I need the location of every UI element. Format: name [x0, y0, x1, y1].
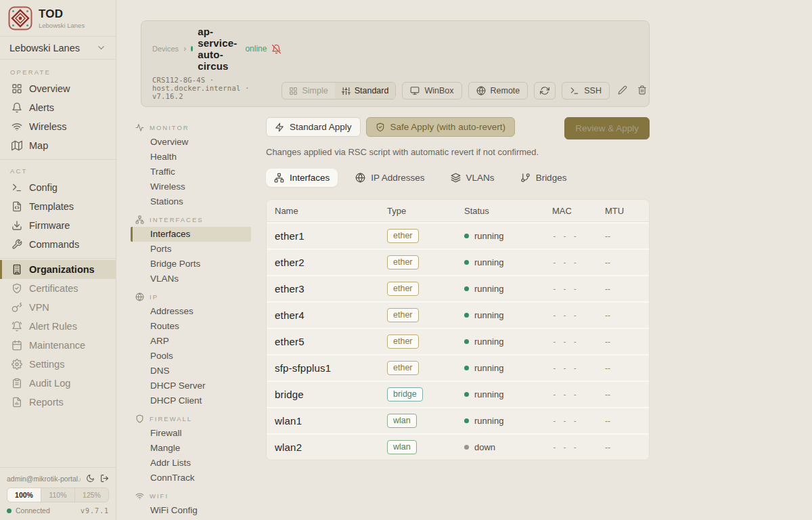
sidebar-item-reports[interactable]: Reports [0, 393, 116, 412]
device-nav-item-overview[interactable]: Overview [131, 135, 251, 150]
cell-type: ether [387, 229, 464, 244]
cell-type: ether [387, 334, 464, 349]
table-row-ether5[interactable]: ether5etherrunning- - --- [267, 328, 649, 354]
column-header-mac[interactable]: MAC [552, 206, 605, 216]
cell-mac: - - - [552, 311, 605, 320]
cell-mtu: -- [605, 232, 641, 241]
breadcrumb: Devices › ap-service-auto-circus online [152, 26, 281, 72]
sidebar-item-firmware[interactable]: Firmware [0, 216, 116, 235]
device-nav-item-pools[interactable]: Pools [131, 349, 251, 364]
sidebar-item-alert-rules[interactable]: Alert Rules [0, 317, 116, 336]
sidebar-item-map[interactable]: Map [0, 136, 116, 155]
cell-mac: - - - [552, 284, 605, 293]
sidebar-item-settings[interactable]: Settings [0, 355, 116, 374]
device-nav-item-wireless[interactable]: Wireless [131, 179, 251, 194]
device-nav-item-routes[interactable]: Routes [131, 319, 251, 334]
table-row-ether2[interactable]: ether2etherrunning- - --- [267, 248, 649, 275]
device-nav-item-conntrack[interactable]: ConnTrack [131, 471, 251, 485]
device-nav-item-mangle[interactable]: Mangle [131, 441, 251, 456]
zoom-option-125[interactable]: 125% [75, 488, 108, 502]
tab-bridges[interactable]: Bridges [512, 169, 575, 187]
wifi-icon [12, 121, 22, 132]
globe-icon [476, 86, 486, 95]
status-label: running [474, 389, 503, 399]
sidebar-item-maintenance[interactable]: Maintenance [0, 336, 116, 355]
mode-standard-button[interactable]: Standard [335, 83, 396, 99]
cell-status: running [464, 337, 552, 347]
zoom-option-110[interactable]: 110% [41, 488, 75, 502]
device-nav-item-traffic[interactable]: Traffic [131, 165, 251, 179]
wrench-icon [12, 239, 22, 250]
device-nav-item-ports[interactable]: Ports [131, 242, 251, 257]
sidebar-item-templates[interactable]: Templates [0, 197, 116, 216]
safe-apply-button[interactable]: Safe Apply (with auto-revert) [366, 117, 515, 137]
activity-icon [135, 123, 144, 132]
sidebar-item-certificates[interactable]: Certificates [0, 279, 116, 298]
review-apply-button[interactable]: Review & Apply [564, 117, 650, 139]
sidebar-item-audit-log[interactable]: Audit Log [0, 374, 116, 393]
device-nav-item-bridge-ports[interactable]: Bridge Ports [131, 257, 251, 272]
table-row-bridge[interactable]: bridgebridgerunning- - --- [267, 381, 649, 407]
cell-mac: - - - [552, 232, 605, 240]
dark-mode-moon-icon[interactable] [86, 474, 95, 483]
device-nav-section-ip: IP [131, 290, 266, 304]
status-label: running [474, 231, 503, 241]
sidebar-item-label: Organizations [29, 264, 95, 275]
tab-interfaces[interactable]: Interfaces [266, 169, 338, 187]
device-nav-item-health[interactable]: Health [131, 150, 251, 165]
org-selector[interactable]: Lebowski Lanes [0, 36, 116, 60]
mode-simple-button[interactable]: Simple [282, 83, 334, 99]
sidebar-item-config[interactable]: Config [0, 178, 116, 197]
table-row-sfp-sfpplus1[interactable]: sfp-sfpplus1etherrunning- - --- [267, 354, 649, 381]
table-row-ether1[interactable]: ether1etherrunning- - --- [267, 222, 649, 248]
device-nav-item-interfaces[interactable]: Interfaces [131, 227, 251, 242]
pencil-button[interactable] [616, 83, 629, 99]
sidebar-item-organizations[interactable]: Organizations [0, 260, 116, 279]
table-row-wlan1[interactable]: wlan1wlanrunning- - --- [267, 407, 649, 433]
device-header-card: Devices › ap-service-auto-circus online … [141, 20, 650, 107]
tab-label: Interfaces [290, 173, 330, 183]
tab-label: Bridges [536, 173, 567, 183]
sidebar-item-commands[interactable]: Commands [0, 235, 116, 254]
device-nav-item-wifi-config[interactable]: WiFi Config [131, 503, 251, 518]
tab-vlans[interactable]: VLANs [443, 169, 503, 187]
device-nav-item-stations[interactable]: Stations [131, 194, 251, 209]
device-nav-item-arp[interactable]: ARP [131, 334, 251, 349]
view-mode-toggle: SimpleStandard [281, 82, 396, 100]
column-header-mtu[interactable]: MTU [605, 206, 641, 216]
branch-icon [520, 173, 531, 183]
winbox-button[interactable]: WinBox [402, 82, 461, 100]
device-nav-item-vlans[interactable]: VLANs [131, 272, 251, 286]
standard-apply-button[interactable]: Standard Apply [266, 117, 361, 137]
cell-type: ether [387, 255, 464, 270]
sidebar-item-vpn[interactable]: VPN [0, 298, 116, 317]
device-nav: MONITOROverviewHealthTrafficWirelessStat… [131, 117, 266, 520]
device-nav-item-dhcp-client[interactable]: DHCP Client [131, 393, 251, 408]
device-nav-item-dns[interactable]: DNS [131, 364, 251, 378]
device-nav-item-firewall[interactable]: Firewall [131, 426, 251, 441]
sidebar-item-alerts[interactable]: Alerts [0, 98, 116, 117]
status-dot-icon [464, 234, 469, 238]
table-row-wlan2[interactable]: wlan2wlandown- - --- [267, 433, 649, 460]
notifications-off-icon[interactable] [271, 44, 281, 54]
trash-button[interactable] [635, 83, 649, 99]
sidebar-item-overview[interactable]: Overview [0, 79, 116, 98]
device-nav-item-addresses[interactable]: Addresses [131, 304, 251, 319]
sidebar-nav: OPERATEOverviewAlertsWirelessMapACTConfi… [0, 60, 116, 467]
breadcrumb-devices-link[interactable]: Devices [152, 45, 179, 53]
table-row-ether4[interactable]: ether4etherrunning- - --- [267, 301, 649, 328]
tab-ip-addresses[interactable]: IP Addresses [347, 169, 432, 187]
ssh-button[interactable]: SSH [562, 82, 610, 100]
table-row-ether3[interactable]: ether3etherrunning- - --- [267, 275, 649, 301]
column-header-name[interactable]: Name [275, 206, 387, 216]
device-nav-item-dhcp-server[interactable]: DHCP Server [131, 378, 251, 393]
zoom-option-100[interactable]: 100% [7, 488, 41, 502]
column-header-status[interactable]: Status [464, 206, 552, 216]
status-dot-icon [464, 339, 469, 344]
logout-icon[interactable] [100, 474, 109, 483]
sidebar-item-wireless[interactable]: Wireless [0, 117, 116, 136]
remote-button[interactable]: Remote [468, 82, 528, 100]
refresh-button[interactable] [534, 82, 556, 100]
device-nav-item-addr-lists[interactable]: Addr Lists [131, 456, 251, 471]
column-header-type[interactable]: Type [387, 206, 464, 216]
